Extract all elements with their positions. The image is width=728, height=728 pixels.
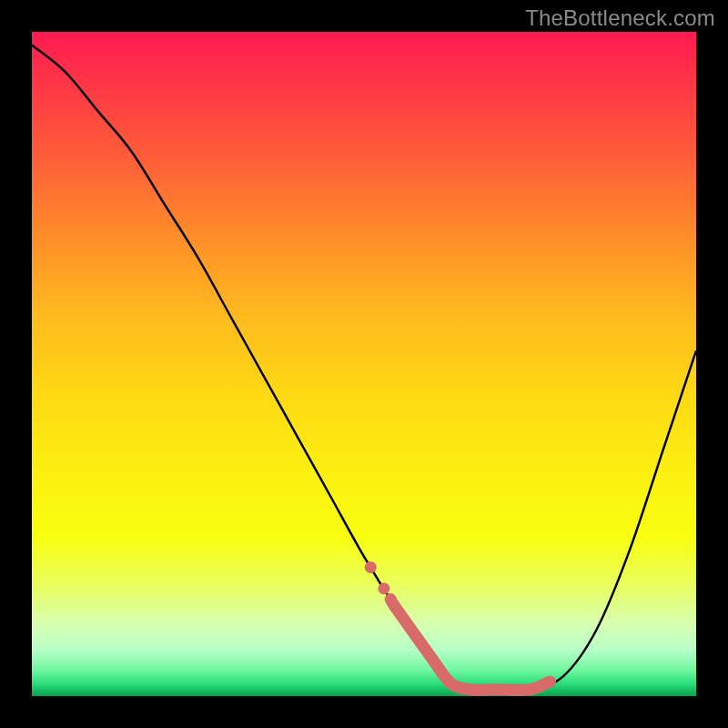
bottleneck-curve-line [32,46,696,691]
chart-plot-area [32,32,696,696]
sweet-spot-segment [390,599,550,690]
watermark-text: TheBottleneck.com [525,5,715,31]
sweet-spot-dot-0 [365,561,377,573]
chart-svg [32,32,696,696]
chart-frame: TheBottleneck.com [0,0,728,728]
sweet-spot-dot-1 [378,582,389,594]
sweet-spot-highlight [365,561,551,690]
